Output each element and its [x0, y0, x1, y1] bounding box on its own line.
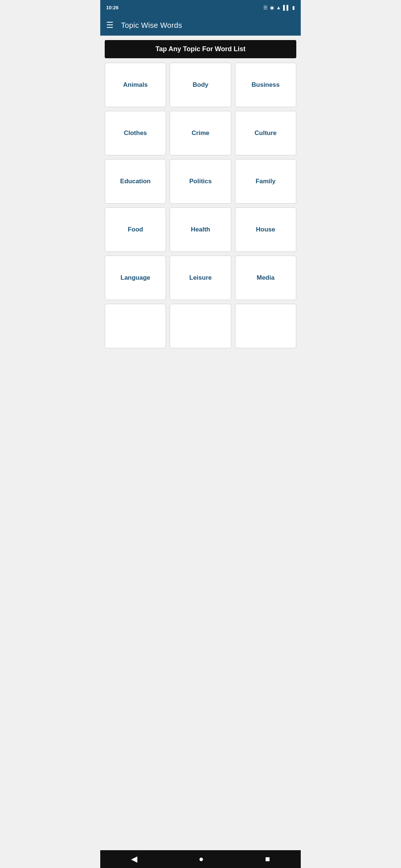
- topic-label-health: Health: [188, 223, 213, 236]
- topic-label-politics: Politics: [186, 175, 215, 188]
- status-bar: 10:26 ☰ ◉ ▲ ▌▌ ▮: [100, 0, 301, 15]
- topic-item-media[interactable]: Media: [235, 256, 296, 300]
- topic-item-business[interactable]: Business: [235, 63, 296, 107]
- topic-item-education[interactable]: Education: [105, 159, 166, 204]
- topic-item-animals[interactable]: Animals: [105, 63, 166, 107]
- topic-item-health[interactable]: Health: [170, 207, 231, 252]
- home-button[interactable]: ●: [193, 853, 209, 865]
- topic-item-culture[interactable]: Culture: [235, 111, 296, 155]
- status-time: 10:26: [106, 5, 118, 10]
- topic-label-culture: Culture: [252, 126, 280, 140]
- toolbar: ☰ Topic Wise Words: [100, 15, 301, 36]
- topic-label-item17: [198, 323, 203, 329]
- status-icons: ☰ ◉ ▲ ▌▌ ▮: [263, 5, 295, 10]
- sync-icon: ◉: [270, 5, 274, 10]
- topic-label-language: Language: [118, 271, 153, 285]
- topic-label-leisure: Leisure: [186, 271, 215, 285]
- bottom-nav: ◀ ● ■: [100, 850, 301, 868]
- topic-item-item17[interactable]: [170, 304, 231, 348]
- battery-icon: ▮: [292, 5, 295, 10]
- topic-label-education: Education: [117, 175, 154, 188]
- topic-item-house[interactable]: House: [235, 207, 296, 252]
- topic-label-food: Food: [125, 223, 146, 236]
- topic-item-politics[interactable]: Politics: [170, 159, 231, 204]
- topic-label-house: House: [253, 223, 278, 236]
- topic-item-clothes[interactable]: Clothes: [105, 111, 166, 155]
- topic-label-media: Media: [254, 271, 277, 285]
- topic-label-animals: Animals: [120, 78, 151, 92]
- recent-button[interactable]: ■: [259, 853, 276, 865]
- back-button[interactable]: ◀: [125, 853, 143, 865]
- topic-item-item18[interactable]: [235, 304, 296, 348]
- grid-container: AnimalsBodyBusinessClothesCrimeCultureEd…: [100, 60, 301, 850]
- topic-label-clothes: Clothes: [121, 126, 150, 140]
- topic-label-item16: [133, 323, 138, 329]
- topic-label-business: Business: [249, 78, 283, 92]
- page-title: Topic Wise Words: [121, 21, 182, 30]
- topic-item-item16[interactable]: [105, 304, 166, 348]
- topic-label-family: Family: [252, 175, 278, 188]
- topic-label-crime: Crime: [189, 126, 212, 140]
- topic-label-item18: [263, 323, 268, 329]
- topic-item-crime[interactable]: Crime: [170, 111, 231, 155]
- topic-item-body[interactable]: Body: [170, 63, 231, 107]
- topic-label-body: Body: [190, 78, 212, 92]
- wifi-icon: ▲: [276, 5, 281, 10]
- notification-icon: ☰: [263, 5, 268, 10]
- topic-item-leisure[interactable]: Leisure: [170, 256, 231, 300]
- topic-item-family[interactable]: Family: [235, 159, 296, 204]
- menu-icon[interactable]: ☰: [106, 20, 114, 30]
- banner: Tap Any Topic For Word List: [105, 40, 296, 58]
- topic-grid: AnimalsBodyBusinessClothesCrimeCultureEd…: [105, 63, 296, 348]
- topic-item-language[interactable]: Language: [105, 256, 166, 300]
- topic-item-food[interactable]: Food: [105, 207, 166, 252]
- signal-icon: ▌▌: [283, 5, 290, 10]
